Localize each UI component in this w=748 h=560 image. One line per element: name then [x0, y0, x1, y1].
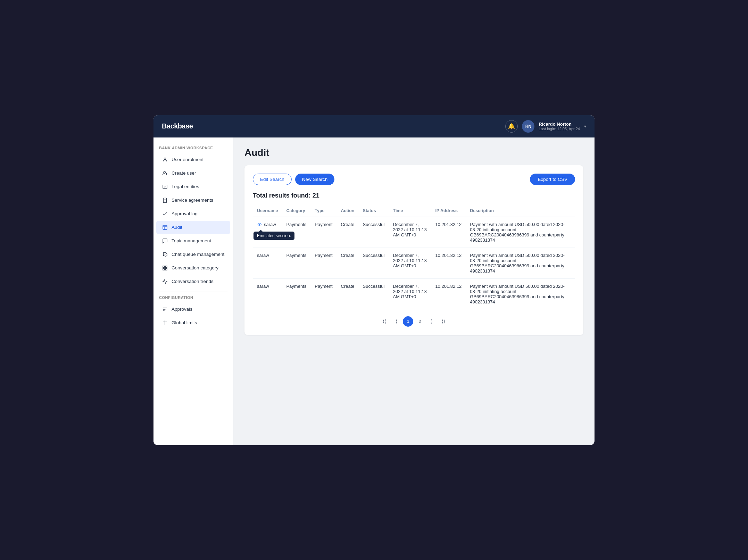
page-1-button[interactable]: 1 [403, 316, 413, 327]
new-search-button[interactable]: New Search [295, 174, 335, 185]
approval-log-icon [162, 211, 168, 217]
page-2-button[interactable]: 2 [415, 316, 425, 327]
header-right: 🔔 RN Ricardo Norton Last login: 12:05, A… [505, 120, 586, 133]
sidebar-item-global-limits[interactable]: Global limits [156, 316, 230, 329]
sidebar-item-label: Audit [172, 225, 182, 230]
audit-table: Username Category Type Action Status Tim… [253, 206, 575, 309]
cell-username: 👁Emulated session.saraw [253, 217, 282, 248]
user-name: Ricardo Norton [539, 122, 580, 127]
sidebar-item-approval-log[interactable]: Approval log [156, 207, 230, 220]
sidebar-item-label: User enrolment [172, 157, 203, 162]
table-body: 👁Emulated session.sarawPaymentsPaymentCr… [253, 217, 575, 309]
sidebar-item-label: Approval log [172, 211, 198, 216]
username-cell: saraw [257, 284, 278, 289]
svg-rect-12 [165, 268, 167, 270]
table-cell: Payment with amount USD 500.00 dated 202… [466, 217, 575, 248]
sidebar-item-legal-entities[interactable]: Legal entities [156, 180, 230, 193]
sidebar-item-label: Approvals [172, 307, 192, 312]
col-ip: IP Address [431, 206, 466, 217]
table-row: sarawPaymentsPaymentCreateSuccessfulDece… [253, 278, 575, 309]
sidebar: Bank Admin Workspace User enrolment Crea… [153, 137, 233, 445]
prev-page-button[interactable]: ⟨ [391, 316, 401, 327]
table-cell: 10.201.82.12 [431, 278, 466, 309]
svg-rect-10 [165, 266, 167, 268]
table-cell: Create [337, 278, 359, 309]
sidebar-item-approvals[interactable]: Approvals [156, 303, 230, 316]
table-cell: Create [337, 248, 359, 278]
export-csv-button[interactable]: Export to CSV [530, 174, 575, 185]
sidebar-divider [159, 292, 227, 292]
sidebar-item-label: Conversation trends [172, 279, 214, 284]
username-cell: saraw [257, 253, 278, 258]
col-status: Status [359, 206, 389, 217]
emulated-session-tooltip: Emulated session. [254, 232, 294, 240]
sidebar-item-user-enrolment[interactable]: User enrolment [156, 153, 230, 166]
table-cell: Payments [282, 278, 310, 309]
topic-management-icon [162, 238, 168, 244]
global-limits-icon [162, 320, 168, 326]
service-agreements-icon [162, 197, 168, 203]
user-last-login: Last login: 12:05, Apr 24 [539, 127, 580, 131]
table-cell: Payment [310, 217, 336, 248]
table-cell: December 7, 2022 at 10:11:13 AM GMT+0 [389, 217, 431, 248]
svg-rect-9 [163, 266, 165, 268]
svg-rect-11 [163, 268, 165, 270]
results-count: Total results found: 21 [253, 192, 575, 199]
table-cell: Successful [359, 248, 389, 278]
table-cell: December 7, 2022 at 10:11:13 AM GMT+0 [389, 248, 431, 278]
chevron-down-icon[interactable]: ▾ [584, 124, 586, 129]
notification-button[interactable]: 🔔 [505, 120, 518, 133]
sidebar-item-conversation-trends[interactable]: Conversation trends [156, 275, 230, 288]
col-type: Type [310, 206, 336, 217]
app-logo: Backbase [162, 122, 193, 130]
col-username: Username [253, 206, 282, 217]
table-header: Username Category Type Action Status Tim… [253, 206, 575, 217]
table-cell: Payment with amount USD 500.00 dated 202… [466, 278, 575, 309]
table-cell: Successful [359, 278, 389, 309]
sidebar-item-label: Conversation category [172, 265, 218, 270]
username-text: saraw [264, 222, 276, 227]
page-2-label: 2 [418, 319, 421, 324]
sidebar-item-conversation-category[interactable]: Conversation category [156, 261, 230, 275]
create-user-icon [162, 170, 168, 176]
emulated-session-indicator: 👁Emulated session. [257, 222, 262, 227]
sidebar-item-label: Global limits [172, 320, 197, 325]
svg-point-1 [164, 171, 165, 173]
chat-queue-icon [162, 251, 168, 258]
next-page-button[interactable]: ⟩ [426, 316, 437, 327]
sidebar-item-topic-management[interactable]: Topic management [156, 234, 230, 248]
page-1-label: 1 [407, 319, 409, 324]
audit-icon [162, 224, 168, 231]
col-time: Time [389, 206, 431, 217]
pagination: ⟨⟨ ⟨ 1 2 ⟩ ⟩⟩ [253, 316, 575, 327]
sidebar-item-service-agreements[interactable]: Service agreements [156, 194, 230, 207]
last-page-button[interactable]: ⟩⟩ [438, 316, 449, 327]
toolbar-left: Edit Search New Search [253, 174, 334, 185]
user-info: Ricardo Norton Last login: 12:05, Apr 24 [539, 122, 580, 131]
conversation-trends-icon [162, 278, 168, 285]
table-row: sarawPaymentsPaymentCreateSuccessfulDece… [253, 248, 575, 278]
edit-search-button[interactable]: Edit Search [253, 174, 292, 185]
sidebar-item-audit[interactable]: Audit [156, 221, 230, 234]
col-action: Action [337, 206, 359, 217]
prev-page-icon: ⟨ [396, 319, 397, 324]
main-content: Audit Edit Search New Search Export to C… [233, 137, 595, 445]
sidebar-item-label: Topic management [172, 238, 211, 243]
eye-icon[interactable]: 👁 [257, 222, 262, 227]
first-page-button[interactable]: ⟨⟨ [379, 316, 390, 327]
sidebar-item-label: Legal entities [172, 184, 199, 189]
page-title: Audit [244, 147, 583, 158]
table-cell: 10.201.82.12 [431, 248, 466, 278]
table-cell: Successful [359, 217, 389, 248]
table-row: 👁Emulated session.sarawPaymentsPaymentCr… [253, 217, 575, 248]
first-page-icon: ⟨⟨ [383, 319, 386, 324]
svg-rect-6 [163, 225, 167, 229]
sidebar-item-chat-queue[interactable]: Chat queue management [156, 248, 230, 261]
user-enrolment-icon [162, 157, 168, 163]
audit-card: Edit Search New Search Export to CSV Tot… [244, 165, 583, 335]
config-label: Configuration [153, 295, 233, 302]
username-text: saraw [257, 253, 269, 258]
table-cell: Payment [310, 248, 336, 278]
sidebar-item-create-user[interactable]: Create user [156, 167, 230, 180]
toolbar: Edit Search New Search Export to CSV [253, 174, 575, 185]
